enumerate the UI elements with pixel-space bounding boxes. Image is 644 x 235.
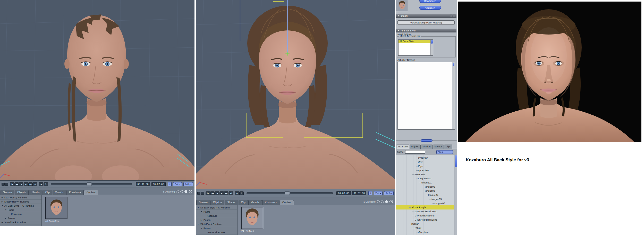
timeline-aux-button[interactable]: ▣	[235, 191, 239, 195]
dial-icon[interactable]	[189, 190, 192, 194]
scrollbar-thumb[interactable]	[455, 155, 457, 167]
transport-button[interactable]: ▶	[219, 191, 224, 195]
morph-list-item[interactable]: All Back Style	[399, 40, 430, 43]
instance-tree-item[interactable]: eyeBrow	[396, 156, 457, 160]
workspace-tab[interactable]: Content	[280, 200, 294, 205]
runtime-tree-item[interactable]: Kozaburo	[196, 214, 237, 218]
fps-dropdown[interactable]: 24 fps	[384, 191, 394, 195]
view-mode-icon[interactable]	[184, 190, 187, 193]
close-icon[interactable]: ×	[168, 182, 172, 186]
instance-tree-item[interactable]: tongue04	[396, 193, 457, 197]
import-section-header[interactable]: ▼ Import	[396, 14, 456, 18]
transport-button[interactable]: |◀	[206, 191, 210, 195]
instance-tree-item[interactable]: rEye	[396, 160, 457, 164]
transport-button[interactable]: ◀◀	[14, 182, 19, 186]
pane-splitter[interactable]	[396, 139, 457, 142]
workspace-tab[interactable]: Kunstwerk	[66, 190, 84, 195]
timeline-option-icon[interactable]	[2, 183, 5, 186]
workspace-tab[interactable]: Kunstwerk	[262, 200, 279, 205]
current-area-list[interactable]	[397, 62, 455, 130]
runtime-tree-item[interactable]: ▼All Back Style_PC Runtime	[0, 204, 41, 208]
edit-button[interactable]: Bearbeiten	[419, 0, 441, 3]
runtime-tree-item[interactable]: ▼Posen	[196, 226, 237, 230]
view-mode-icon[interactable]	[176, 190, 179, 193]
workspace-tab[interactable]: Szenen	[196, 200, 210, 205]
instance-tree-item[interactable]: V4NeckBackBend	[396, 214, 457, 218]
runtime-tree-item[interactable]: ▶V4-AllBack Runtime	[0, 220, 41, 224]
instance-tree-item[interactable]: tongue01	[396, 181, 457, 185]
workspace-tab[interactable]: Content	[84, 190, 98, 195]
close-icon[interactable]: ×	[368, 191, 372, 195]
instance-tree-item[interactable]: tongue05	[396, 197, 457, 201]
workspace-tab[interactable]: Versch.	[53, 190, 66, 195]
properties-tab[interactable]: Shaders	[421, 145, 433, 149]
dial-icon[interactable]	[389, 200, 393, 204]
filter-dropdown[interactable]: Alles	[436, 150, 453, 154]
end-time-field[interactable]: 00:07:00	[151, 182, 166, 186]
runtime-tree-item[interactable]: ▼Haare	[196, 210, 237, 214]
workspace-tab[interactable]: Clip	[43, 190, 52, 195]
preset-button[interactable]: Voreinstellung (Pose; Material)	[397, 20, 455, 25]
instance-tree-item[interactable]: tongue03	[396, 189, 457, 193]
properties-tab[interactable]: Instanzen	[396, 145, 409, 149]
view-mode-icon[interactable]	[180, 190, 183, 193]
instance-tree-item[interactable]: V4BsNeckBackBend	[396, 209, 457, 214]
runtime-tree-item[interactable]: ▶Koz_Messy Runtime	[0, 196, 41, 200]
content-thumbnail[interactable]: All Back Style	[45, 197, 69, 222]
runtime-tree-item[interactable]: ▼V4-AllBack Runtime	[196, 222, 237, 226]
transport-button[interactable]: ▶▶	[28, 182, 33, 186]
workspace-tab[interactable]: Shader	[225, 200, 238, 205]
timeline-aux-button[interactable]: ↻	[44, 182, 48, 186]
runtime-tree-item[interactable]: ▼All Back Style_PC Runtime	[196, 206, 237, 210]
workspace-tab[interactable]: Szenen	[1, 190, 14, 195]
transport-button[interactable]: ◀	[215, 191, 219, 195]
scrubber-handle[interactable]	[87, 182, 92, 186]
instance-tree-item[interactable]: lowerJaw	[396, 172, 457, 177]
timeline-option-icon[interactable]	[5, 183, 8, 186]
timeline-scrubber[interactable]	[51, 183, 132, 185]
instance-tree-item[interactable]: lEye	[396, 164, 457, 168]
content-thumbnail[interactable]: V4 - All Back	[241, 207, 264, 232]
workspace-tab[interactable]: Objekte	[15, 190, 29, 195]
runtime-tree-item[interactable]: ▼Haare	[0, 208, 41, 212]
time-mode-dropdown[interactable]: Zeit▾	[374, 191, 383, 195]
view-mode-icon[interactable]	[377, 200, 380, 203]
transport-button[interactable]: |◀	[10, 182, 14, 186]
instance-tree-item[interactable]: rForeArm	[396, 230, 457, 234]
3d-viewport-middle[interactable]	[196, 0, 395, 189]
time-mode-dropdown[interactable]: Zeit▾	[173, 182, 182, 186]
view-mode-icon[interactable]	[381, 200, 384, 203]
workspace-tab[interactable]: Versch.	[248, 200, 262, 205]
end-time-field[interactable]: 00:07:00	[352, 191, 366, 195]
current-time-field[interactable]: 00:00:00	[336, 191, 351, 195]
runtime-tree-item[interactable]: ▶Posen	[196, 218, 237, 222]
scrubber-handle[interactable]	[285, 191, 290, 195]
transport-button[interactable]: ◀◀	[210, 191, 215, 195]
transport-button[interactable]: ▶|	[33, 182, 37, 186]
workspace-tab[interactable]: Shader	[29, 190, 42, 195]
instance-tree-item[interactable]: V4ZnNeckBackBend	[396, 218, 457, 222]
current-list-scrollbar[interactable]	[452, 62, 455, 129]
splitter-handle[interactable]	[421, 139, 433, 142]
scrollbar-thumb[interactable]	[431, 40, 433, 44]
instance-tree-item[interactable]: rShldr	[396, 226, 457, 230]
timeline-option-icon[interactable]	[197, 192, 200, 195]
import-icon-a[interactable]	[450, 15, 452, 17]
morph-list-scrollbar[interactable]	[430, 40, 433, 55]
current-time-field[interactable]: 00:00:00	[136, 182, 150, 186]
workspace-tab[interactable]: Objekte	[210, 200, 224, 205]
templates-button[interactable]: Vorlagen	[419, 6, 441, 10]
view-mode-icon[interactable]	[385, 200, 388, 203]
transport-button[interactable]: ▶	[24, 182, 28, 186]
runtime-tree-item[interactable]: Kozaburo	[0, 212, 41, 216]
morph-region-list[interactable]: All Back Style	[398, 39, 433, 56]
style-section-header[interactable]: ▼ All Back Style	[396, 29, 456, 32]
fps-dropdown[interactable]: 24 fps	[183, 182, 193, 186]
search-input[interactable]	[405, 150, 425, 154]
timeline-aux-button[interactable]: ▣	[39, 182, 43, 186]
transport-button[interactable]: ▶▶	[224, 191, 228, 195]
runtime-tree-item[interactable]: ▶Posen	[0, 216, 41, 220]
scrollbar-thumb[interactable]	[453, 63, 454, 66]
import-icon-b[interactable]	[453, 15, 455, 17]
runtime-tree-item[interactable]: ! HAIR Fit Poses	[196, 230, 237, 234]
